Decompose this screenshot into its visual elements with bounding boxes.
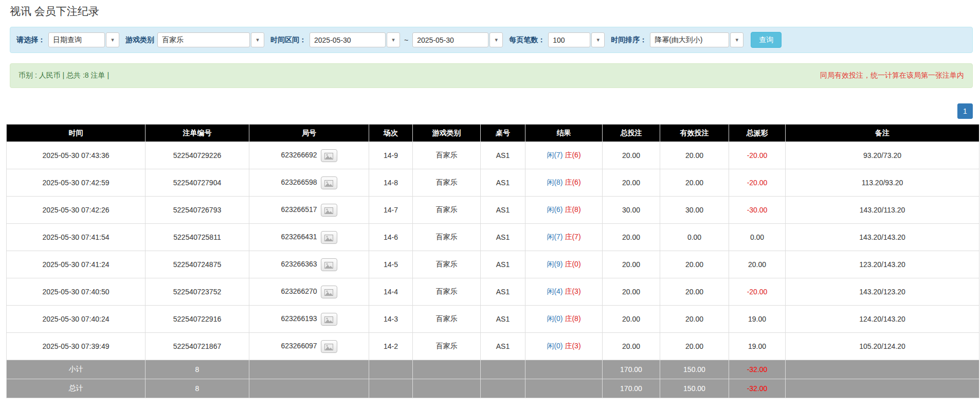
- cell-total-bet[interactable]: 20.00: [603, 278, 660, 306]
- page-size-caret-down-icon[interactable]: [591, 32, 605, 47]
- result-player: 闲(0): [547, 342, 562, 350]
- cell-payout: 20.00: [729, 251, 786, 278]
- cell-table-no: AS1: [481, 278, 525, 306]
- subtotal-label: 小计: [7, 360, 146, 379]
- round-media-icon[interactable]: [321, 204, 337, 217]
- query-type-input[interactable]: [48, 32, 105, 47]
- col-header-valid-bet: 有效投注: [660, 125, 729, 142]
- page-size-input[interactable]: [548, 32, 590, 47]
- cell-result: 闲(9) 庄(0): [525, 251, 603, 278]
- cell-total-bet[interactable]: 20.00: [603, 251, 660, 278]
- date-from-combobox: [310, 32, 400, 47]
- cell-time: 2025-05-30 07:43:36: [7, 142, 146, 169]
- col-header-time: 时间: [7, 125, 146, 142]
- cell-remark: 123.20/143.20: [786, 251, 979, 278]
- cell-bet-no: 522540727904: [146, 169, 249, 197]
- col-header-total-bet: 总投注: [603, 125, 660, 142]
- cell-total-bet[interactable]: 20.00: [603, 142, 660, 169]
- total-total-bet: 170.00: [603, 379, 660, 398]
- col-header-round-no: 局号: [249, 125, 369, 142]
- round-number: 623266193: [281, 314, 317, 323]
- bet-records-table: 时间 注单编号 局号 场次 游戏类别 桌号 结果 总投注 有效投注 总派彩 备注…: [6, 124, 979, 398]
- cell-payout: 19.00: [729, 333, 786, 360]
- col-header-result: 结果: [525, 125, 603, 142]
- cell-table-no: AS1: [481, 251, 525, 278]
- filter-select-label: 请选择：: [16, 36, 45, 45]
- cell-remark: 124.20/143.20: [786, 306, 979, 333]
- subtotal-payout: -32.00: [729, 360, 786, 379]
- cell-session: 14-7: [369, 197, 413, 224]
- cell-total-bet[interactable]: 20.00: [603, 224, 660, 251]
- cell-table-no: AS1: [481, 169, 525, 197]
- table-row: 2025-05-30 07:42:26 522540726793 6232665…: [7, 197, 979, 224]
- cell-round-no: 623266598: [249, 169, 369, 197]
- cell-game: 百家乐: [413, 333, 481, 360]
- cell-total-bet[interactable]: 20.00: [603, 306, 660, 333]
- table-row: 2025-05-30 07:40:24 522540722916 6232661…: [7, 306, 979, 333]
- round-media-icon[interactable]: [321, 313, 337, 326]
- round-media-icon[interactable]: [321, 286, 337, 298]
- total-count: 8: [146, 379, 249, 398]
- subtotal-row: 小计 8 170.00 150.00 -32.00: [7, 360, 979, 379]
- cell-table-no: AS1: [481, 333, 525, 360]
- cell-remark: 143.20/123.20: [786, 278, 979, 306]
- cell-round-no: 623266270: [249, 278, 369, 306]
- sort-order-input[interactable]: [650, 32, 729, 47]
- page-1-button[interactable]: 1: [957, 103, 973, 119]
- round-media-icon[interactable]: [321, 258, 337, 271]
- result-banker: 庄(6): [565, 151, 580, 159]
- page-title: 视讯 会员下注纪录: [10, 4, 980, 19]
- cell-time: 2025-05-30 07:40:24: [7, 306, 146, 333]
- date-range-separator: ~: [404, 36, 408, 44]
- sort-order-caret-down-icon[interactable]: [730, 32, 743, 47]
- cell-bet-no: 522540722916: [146, 306, 249, 333]
- result-player: 闲(7): [547, 151, 562, 159]
- cell-valid-bet: 30.00: [660, 197, 729, 224]
- cell-bet-no: 522540725811: [146, 224, 249, 251]
- game-type-caret-down-icon[interactable]: [251, 32, 264, 47]
- subtotal-total-bet: 170.00: [603, 360, 660, 379]
- cell-valid-bet: 0.00: [660, 224, 729, 251]
- round-number: 623266431: [281, 233, 317, 241]
- cell-valid-bet: 20.00: [660, 333, 729, 360]
- round-media-icon[interactable]: [321, 176, 337, 189]
- result-player: 闲(6): [547, 205, 562, 214]
- cell-game: 百家乐: [413, 197, 481, 224]
- table-row: 2025-05-30 07:41:24 522540724875 6232663…: [7, 251, 979, 278]
- filter-sort-label: 时间排序：: [611, 36, 647, 45]
- cell-round-no: 623266692: [249, 142, 369, 169]
- cell-game: 百家乐: [413, 169, 481, 197]
- round-number: 623266270: [281, 287, 317, 295]
- cell-valid-bet: 20.00: [660, 278, 729, 306]
- cell-remark: 93.20/73.20: [786, 142, 979, 169]
- filter-bar: 请选择： 游戏类别 时间区间： ~ 每页笔数： 时间排序：: [10, 27, 973, 53]
- date-to-caret-down-icon[interactable]: [489, 32, 503, 47]
- search-button[interactable]: 查询: [751, 32, 782, 48]
- cell-total-bet[interactable]: 20.00: [603, 333, 660, 360]
- result-player: 闲(7): [547, 233, 562, 241]
- round-media-icon[interactable]: [321, 231, 337, 244]
- date-to-input[interactable]: [412, 32, 488, 47]
- date-from-caret-down-icon[interactable]: [387, 32, 400, 47]
- cell-game: 百家乐: [413, 306, 481, 333]
- col-header-bet-no: 注单编号: [146, 125, 249, 142]
- cell-bet-no: 522540723752: [146, 278, 249, 306]
- filter-game-label: 游戏类别: [125, 36, 154, 45]
- date-from-input[interactable]: [310, 32, 386, 47]
- subtotal-valid-bet: 150.00: [660, 360, 729, 379]
- cell-session: 14-5: [369, 251, 413, 278]
- col-header-game-type: 游戏类别: [413, 125, 481, 142]
- table-row: 2025-05-30 07:43:36 522540729226 6232666…: [7, 142, 979, 169]
- col-header-remark: 备注: [786, 125, 979, 142]
- total-row: 总计 8 170.00 150.00 -32.00: [7, 379, 979, 398]
- game-type-input[interactable]: [157, 32, 250, 47]
- cell-total-bet[interactable]: 20.00: [603, 169, 660, 197]
- round-media-icon[interactable]: [321, 149, 337, 162]
- result-player: 闲(8): [547, 178, 562, 186]
- col-header-session: 场次: [369, 125, 413, 142]
- round-media-icon[interactable]: [321, 340, 337, 353]
- cell-remark: 143.20/143.20: [786, 224, 979, 251]
- cell-total-bet[interactable]: 30.00: [603, 197, 660, 224]
- query-type-caret-down-icon[interactable]: [106, 32, 119, 47]
- cell-game: 百家乐: [413, 251, 481, 278]
